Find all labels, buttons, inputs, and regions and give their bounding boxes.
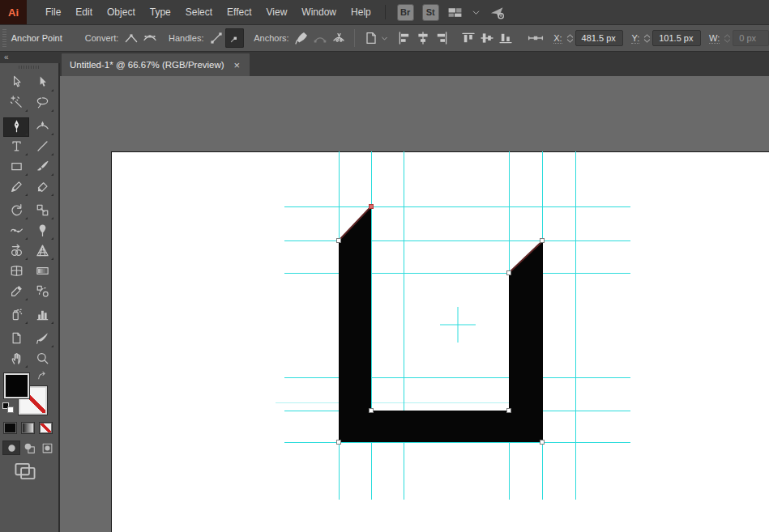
- show-handles-button[interactable]: [207, 28, 225, 48]
- draw-behind-button[interactable]: [20, 440, 38, 455]
- menu-window[interactable]: Window: [294, 0, 344, 24]
- align-vertical-bottom-button[interactable]: [496, 28, 515, 48]
- control-bar-separator: [354, 29, 355, 47]
- menu-object[interactable]: Object: [100, 0, 143, 24]
- align-horizontal-right-button[interactable]: [433, 28, 451, 48]
- flyout-indicator: [25, 194, 28, 196]
- convert-to-smooth-button[interactable]: [140, 28, 159, 48]
- remove-anchor-button[interactable]: [293, 28, 311, 48]
- hand-tool[interactable]: [3, 350, 29, 369]
- chevron-down-icon[interactable]: [471, 7, 481, 18]
- mesh-tool[interactable]: [3, 262, 29, 282]
- panel-canvas-divider[interactable]: [58, 63, 60, 532]
- paintbrush-tool[interactable]: [29, 158, 55, 177]
- y-position-field-stepper[interactable]: [642, 33, 652, 44]
- gradient-tool[interactable]: [29, 262, 55, 282]
- letterform-stem[interactable]: [339, 206, 371, 442]
- illustrator-logo: Ai: [0, 0, 27, 24]
- tools-panel-grip[interactable]: [19, 66, 40, 69]
- swap-fill-stroke-icon[interactable]: [36, 371, 48, 385]
- default-fill-stroke-button[interactable]: [2, 402, 14, 413]
- x-position-field[interactable]: 481.5 px: [575, 30, 624, 46]
- shape-builder-tool[interactable]: [3, 242, 29, 262]
- cut-path-button[interactable]: [329, 28, 348, 48]
- symbol-sprayer-tool[interactable]: [3, 306, 29, 326]
- curvature-tool[interactable]: [29, 117, 55, 137]
- menu-effect[interactable]: Effect: [220, 0, 258, 24]
- free-transform-tool[interactable]: [29, 222, 55, 241]
- line-segment-tool[interactable]: [29, 138, 55, 157]
- letterform-bottom-bar[interactable]: [339, 411, 543, 442]
- control-group-label: Anchors:: [254, 33, 288, 43]
- lasso-tool[interactable]: [29, 94, 55, 113]
- gradient-mode-button[interactable]: [21, 422, 35, 434]
- flyout-indicator: [25, 109, 28, 112]
- anchor-point-selected[interactable]: [370, 205, 374, 209]
- flyout-indicator: [51, 173, 53, 176]
- connect-endpoints-button[interactable]: [310, 28, 329, 48]
- draw-normal-button[interactable]: [2, 440, 20, 455]
- width-field[interactable]: 0 px: [733, 30, 769, 46]
- hide-handles-button[interactable]: [225, 28, 244, 48]
- canvas-pasteboard[interactable]: [60, 76, 769, 532]
- column-graph-tool-icon: [36, 308, 49, 325]
- control-bar-grip[interactable]: [2, 29, 6, 47]
- convert-to-corner-button[interactable]: [122, 28, 140, 48]
- pen-tool[interactable]: [3, 117, 29, 137]
- column-graph-tool[interactable]: [29, 306, 55, 326]
- align-vertical-top-button[interactable]: [459, 28, 478, 48]
- zoom-tool[interactable]: [29, 350, 55, 369]
- blend-tool[interactable]: [29, 283, 55, 302]
- rotate-tool-icon: [10, 203, 23, 220]
- menu-type[interactable]: Type: [143, 0, 178, 24]
- menu-help[interactable]: Help: [344, 0, 378, 24]
- align-horizontal-center-button[interactable]: [414, 28, 433, 48]
- slice-tool[interactable]: [29, 330, 55, 349]
- menu-file[interactable]: File: [38, 0, 68, 24]
- stock-button[interactable]: St: [422, 4, 439, 21]
- y-position-field[interactable]: 101.5 px: [652, 30, 701, 46]
- anchor-point[interactable]: [507, 409, 511, 413]
- align-horizontal-left-button[interactable]: [395, 28, 414, 48]
- perspective-grid-tool[interactable]: [29, 242, 55, 262]
- screen-mode-button[interactable]: [15, 460, 36, 484]
- scale-tool[interactable]: [29, 202, 55, 221]
- bridge-button[interactable]: Br: [397, 4, 414, 21]
- transform-reference-icon[interactable]: [528, 30, 544, 46]
- menu-select[interactable]: Select: [178, 0, 220, 24]
- anchor-point[interactable]: [337, 239, 341, 243]
- blend-tool-icon: [36, 284, 49, 301]
- gpu-performance-icon[interactable]: [489, 5, 505, 20]
- draw-inside-button[interactable]: [38, 440, 56, 455]
- align-vertical-center-button[interactable]: [477, 28, 496, 48]
- eraser-tool[interactable]: [29, 178, 55, 198]
- eyedropper-tool[interactable]: [3, 283, 29, 302]
- anchor-point[interactable]: [507, 271, 511, 275]
- menu-view[interactable]: View: [259, 0, 295, 24]
- selection-tool[interactable]: [29, 74, 55, 93]
- isolate-object-button[interactable]: [361, 28, 380, 48]
- x-position-field-stepper[interactable]: [565, 33, 575, 44]
- anchor-point[interactable]: [370, 409, 374, 413]
- anchor-point[interactable]: [540, 239, 545, 243]
- magic-wand-tool[interactable]: [3, 94, 29, 113]
- document-tab[interactable]: Untitled-1* @ 66.67% (RGB/Preview) ×: [62, 53, 250, 76]
- rectangle-tool[interactable]: [3, 158, 29, 177]
- width-field-stepper[interactable]: [722, 33, 733, 44]
- anchor-point[interactable]: [540, 440, 545, 445]
- workspace-switcher-icon[interactable]: [447, 5, 463, 20]
- color-mode-button[interactable]: [3, 422, 17, 434]
- width-tool[interactable]: [3, 222, 29, 241]
- isolate-chevron-icon[interactable]: [380, 34, 389, 43]
- menu-edit[interactable]: Edit: [68, 0, 100, 24]
- fill-color-swatch[interactable]: [4, 373, 29, 398]
- none-mode-button[interactable]: [39, 422, 53, 434]
- rotate-tool[interactable]: [3, 202, 29, 221]
- collapse-panel-button[interactable]: «: [4, 53, 9, 62]
- artboard-tool[interactable]: [3, 330, 29, 349]
- shaper-tool[interactable]: [3, 178, 29, 198]
- direct-selection-tool[interactable]: [3, 74, 29, 93]
- anchor-point[interactable]: [337, 440, 341, 445]
- tab-close-button[interactable]: ×: [232, 59, 241, 71]
- type-tool[interactable]: [3, 138, 29, 157]
